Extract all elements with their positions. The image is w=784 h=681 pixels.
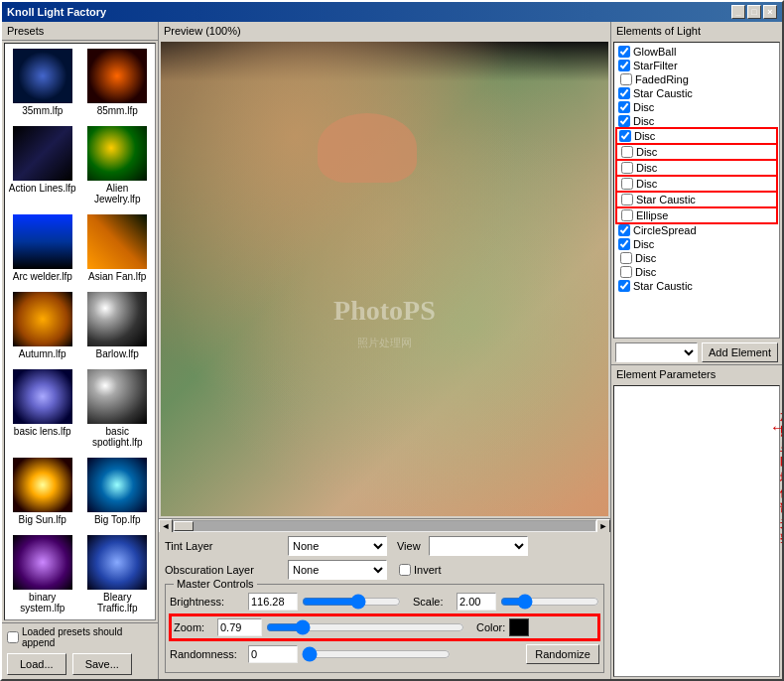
scale-input[interactable]: 2.00 [457, 593, 496, 611]
randomness-input[interactable]: 0 [248, 645, 298, 663]
loaded-presets-label[interactable]: Loaded presets should append [7, 626, 153, 648]
title-bar-buttons: _ □ × [731, 5, 777, 19]
element-item-15[interactable]: Disc [616, 265, 777, 279]
element-item-0[interactable]: GlowBall [616, 45, 777, 59]
element-name-8: Disc [636, 162, 657, 174]
maximize-button[interactable]: □ [747, 5, 761, 19]
color-box[interactable] [509, 618, 529, 636]
preset-label-alien: Alien Jewelry.lfp [82, 183, 151, 204]
element-type-select[interactable] [615, 342, 698, 362]
element-check-3[interactable] [618, 87, 630, 99]
preset-item-arc[interactable]: Arc welder.lfp [5, 209, 79, 287]
brightness-input[interactable]: 116.28 [248, 593, 298, 611]
element-check-11[interactable] [621, 209, 633, 221]
preview-scrollbar-h[interactable]: ◄ ► [159, 518, 610, 532]
element-item-16[interactable]: Star Caustic [616, 279, 777, 293]
element-check-10[interactable] [621, 194, 633, 205]
preview-image-area: PhotoPS 照片处理网 [161, 42, 608, 516]
scroll-thumb-h[interactable] [174, 521, 194, 531]
preset-item-barlow[interactable]: Barlow.lfp [79, 287, 154, 364]
element-item-7[interactable]: Disc [616, 144, 777, 160]
element-check-16[interactable] [618, 280, 630, 292]
presets-grid: 35mm.lfp85mm.lfpAction Lines.lfpAlien Je… [4, 43, 156, 620]
zoom-slider[interactable] [266, 619, 464, 635]
close-button[interactable]: × [763, 5, 777, 19]
element-check-14[interactable] [620, 252, 632, 264]
invert-label[interactable]: Invert [399, 564, 442, 576]
window-title: Knoll Light Factory [7, 6, 106, 18]
zoom-color-row: Zoom: 0.79 Color: [170, 614, 599, 640]
elements-panel: Elements of Light GlowBallStarFilterFade… [611, 22, 782, 679]
element-item-9[interactable]: Disc [616, 176, 777, 192]
scroll-track-h[interactable] [173, 520, 596, 532]
element-item-5[interactable]: Disc [616, 114, 777, 128]
element-check-7[interactable] [621, 146, 633, 158]
element-item-14[interactable]: Disc [616, 251, 777, 265]
preset-item-basic_spot[interactable]: basic spotlight.lfp [79, 364, 154, 453]
invert-checkbox[interactable] [399, 564, 411, 576]
element-item-13[interactable]: Disc [616, 237, 777, 251]
view-select[interactable] [429, 536, 528, 556]
element-check-15[interactable] [620, 266, 632, 278]
scroll-right-button[interactable]: ► [596, 519, 610, 533]
element-item-10[interactable]: Star Caustic [616, 192, 777, 207]
randomness-slider[interactable] [302, 646, 451, 662]
element-item-3[interactable]: Star Caustic [616, 86, 777, 100]
element-item-12[interactable]: CircleSpread [616, 223, 777, 237]
element-item-2[interactable]: FadedRing [616, 72, 777, 86]
preset-item-bleary[interactable]: Bleary Traffic.lfp [79, 530, 154, 618]
element-name-9: Disc [636, 178, 657, 190]
preset-item-action[interactable]: Action Lines.lfp [5, 121, 79, 209]
tint-layer-row: Tint Layer None View [165, 536, 604, 556]
preset-item-autumn[interactable]: Autumn.lfp [5, 287, 79, 364]
load-button[interactable]: Load... [7, 653, 66, 675]
preset-label-basic_lens: basic lens.lfp [14, 426, 71, 437]
element-item-4[interactable]: Disc [616, 100, 777, 114]
element-item-1[interactable]: StarFilter [616, 59, 777, 72]
preset-item-binary[interactable]: binary system.lfp [5, 530, 79, 618]
element-check-5[interactable] [618, 115, 630, 127]
obscuration-layer-row: Obscuration Layer None Invert [165, 560, 604, 580]
preset-item-35mm[interactable]: 35mm.lfp [5, 44, 79, 121]
preset-label-35mm: 35mm.lfp [22, 105, 63, 116]
preset-item-85mm[interactable]: 85mm.lfp [79, 44, 154, 121]
element-name-3: Star Caustic [633, 87, 693, 99]
obscuration-select[interactable]: None [288, 560, 387, 580]
preset-item-basic_lens[interactable]: basic lens.lfp [5, 364, 79, 453]
scroll-left-button[interactable]: ◄ [159, 519, 173, 533]
element-item-6[interactable]: Disc [616, 128, 777, 144]
preset-item-big_top[interactable]: Big Top.lfp [79, 453, 154, 530]
element-check-13[interactable] [618, 238, 630, 250]
preset-thumb-binary [13, 535, 72, 590]
element-check-12[interactable] [618, 224, 630, 236]
preset-item-blue[interactable]: Blue Green Eye.lfp [79, 618, 154, 620]
preview-header: Preview (100%) [159, 22, 610, 40]
element-check-8[interactable] [621, 162, 633, 174]
brightness-slider[interactable] [302, 594, 401, 610]
element-check-2[interactable] [620, 73, 632, 85]
tint-layer-select[interactable]: None [288, 536, 387, 556]
element-check-4[interactable] [618, 101, 630, 113]
loaded-presets-checkbox[interactable] [7, 631, 19, 643]
preset-item-big_sun[interactable]: Big Sun.lfp [5, 453, 79, 530]
element-check-0[interactable] [618, 46, 630, 58]
element-check-9[interactable] [621, 178, 633, 190]
save-button[interactable]: Save... [72, 653, 132, 675]
zoom-input[interactable]: 0.79 [217, 618, 262, 636]
element-check-6[interactable] [619, 130, 631, 142]
preset-item-alien[interactable]: Alien Jewelry.lfp [79, 121, 154, 209]
randomize-button[interactable]: Randomize [526, 644, 599, 664]
preset-thumb-basic_lens [13, 369, 72, 424]
title-bar: Knoll Light Factory _ □ × [2, 2, 782, 22]
add-element-button[interactable]: Add Element [702, 342, 778, 362]
scale-slider[interactable] [500, 594, 599, 610]
element-params-label: Element Parameters [611, 364, 782, 383]
element-name-15: Disc [635, 266, 656, 278]
element-check-1[interactable] [618, 60, 630, 71]
minimize-button[interactable]: _ [731, 5, 745, 19]
preset-label-binary: binary system.lfp [8, 592, 76, 613]
preset-item-asian[interactable]: Asian Fan.lfp [79, 209, 154, 287]
element-item-8[interactable]: Disc [616, 160, 777, 176]
element-item-11[interactable]: Ellipse [616, 207, 777, 223]
preset-item-blimp[interactable]: Blimp flare.lfp [5, 618, 79, 620]
